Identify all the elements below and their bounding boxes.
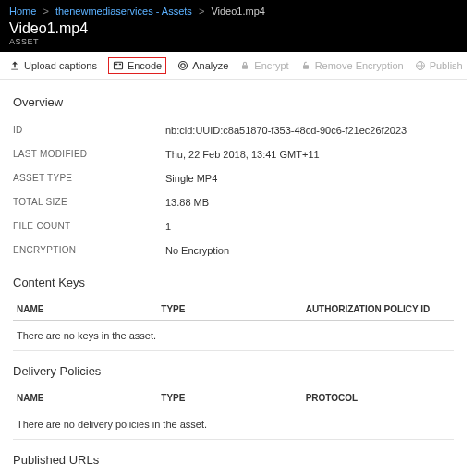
- content-keys-head: NAME TYPE AUTHORIZATION POLICY ID: [13, 299, 454, 321]
- encrypt-button: Encrypt: [239, 60, 288, 71]
- breadcrumb-sep: >: [199, 6, 204, 17]
- page-title: Video1.mp4: [9, 20, 88, 37]
- svg-rect-5: [119, 64, 121, 66]
- upload-captions-button[interactable]: Upload captions: [9, 60, 97, 71]
- svg-rect-9: [303, 65, 309, 69]
- toolbar: Upload captions Encode Analyze Encrypt R…: [0, 52, 467, 80]
- svg-point-7: [179, 62, 188, 70]
- row-total-size: TOTAL SIZE 13.88 MB: [13, 190, 454, 214]
- delivery-policies-head: NAME TYPE PROTOCOL: [13, 387, 454, 409]
- row-file-count: FILE COUNT 1: [13, 214, 454, 238]
- breadcrumb-current: Video1.mp4: [211, 6, 265, 17]
- overview-title: Overview: [13, 95, 454, 109]
- row-encryption: ENCRYPTION No Encryption: [13, 238, 454, 262]
- delivery-policies-empty: There are no delivery policies in the as…: [13, 409, 454, 440]
- row-id: ID nb:cid:UUID:c8a51870-f353-48cd-90c6-f…: [13, 118, 454, 142]
- breadcrumb-sep: >: [43, 6, 48, 17]
- analyze-button[interactable]: Analyze: [177, 60, 228, 71]
- breadcrumb-home[interactable]: Home: [9, 6, 36, 17]
- content-keys-empty: There are no keys in the asset.: [13, 321, 454, 351]
- content-keys-title: Content Keys: [13, 275, 454, 289]
- publish-button: Publish: [415, 60, 463, 71]
- page-subtitle: ASSET: [9, 37, 88, 46]
- globe-icon: [415, 60, 426, 71]
- svg-rect-3: [114, 62, 122, 69]
- analyze-icon: [177, 60, 188, 71]
- remove-encryption-button: Remove Encryption: [300, 60, 404, 71]
- breadcrumb: Home > thenewmediaservices - Assets > Vi…: [9, 4, 457, 20]
- blade-header: Home > thenewmediaservices - Assets > Vi…: [0, 0, 467, 52]
- lock-icon: [239, 60, 250, 71]
- breadcrumb-service[interactable]: thenewmediaservices - Assets: [55, 6, 192, 17]
- encode-icon: [113, 60, 124, 71]
- unlock-icon: [300, 60, 311, 71]
- svg-rect-8: [242, 65, 248, 69]
- row-last-modified: LAST MODIFIED Thu, 22 Feb 2018, 13:41 GM…: [13, 142, 454, 166]
- published-urls-title: Published URLs: [13, 453, 454, 467]
- encode-button[interactable]: Encode: [108, 57, 166, 74]
- row-asset-type: ASSET TYPE Single MP4: [13, 166, 454, 190]
- svg-rect-4: [115, 64, 117, 66]
- upload-icon: [9, 60, 20, 71]
- svg-point-6: [181, 64, 186, 68]
- delivery-policies-title: Delivery Policies: [13, 364, 454, 378]
